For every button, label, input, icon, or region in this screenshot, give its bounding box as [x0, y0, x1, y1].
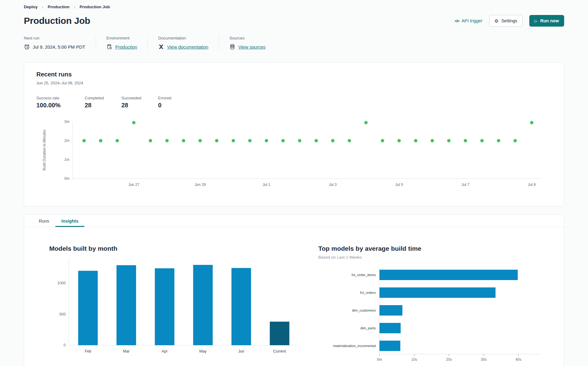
job-tabs: Runs Insights	[24, 215, 564, 227]
view-sources-link[interactable]: View sources	[238, 44, 265, 50]
svg-text:Jul 1: Jul 1	[263, 183, 271, 187]
tab-runs[interactable]: Runs	[33, 215, 55, 227]
svg-text:Jul 7: Jul 7	[461, 183, 469, 187]
recent-runs-card: Recent runs Jun 25, 2024–Jul 09, 2024 Su…	[24, 62, 564, 206]
job-detail-card: Runs Insights Models built by month 0500…	[24, 214, 564, 366]
models-by-month-chart: 05001000FebMarAprMayJunCurrent	[49, 255, 303, 359]
stat-completed: Completed 28	[85, 96, 109, 109]
dbt-docs-icon	[158, 44, 164, 50]
svg-text:20s: 20s	[446, 357, 452, 362]
header-actions: </> API trigger ⚙ Settings ▷ Run now	[455, 15, 564, 27]
settings-button[interactable]: ⚙ Settings	[489, 15, 523, 27]
documentation-info: Documentation View documentation	[148, 36, 219, 50]
svg-text:dim_parts: dim_parts	[361, 326, 376, 330]
top-models-title: Top models by average build time	[318, 245, 545, 252]
view-documentation-link[interactable]: View documentation	[167, 44, 208, 50]
code-icon: </>	[455, 19, 460, 23]
gear-icon: ⚙	[494, 19, 498, 23]
svg-text:Build Duration in Minutes: Build Duration in Minutes	[42, 130, 46, 170]
svg-text:Feb: Feb	[85, 349, 91, 353]
database-icon	[229, 44, 235, 50]
svg-text:0: 0	[64, 343, 66, 347]
chevron-right-icon: ›	[42, 4, 43, 9]
play-icon: ▷	[534, 19, 538, 23]
stat-errored: Errored 0	[158, 96, 183, 109]
run-stats: Success rate 100.00% Completed 28 Succee…	[36, 96, 552, 109]
svg-text:Jul 5: Jul 5	[395, 183, 403, 187]
recent-runs-title: Recent runs	[36, 71, 552, 78]
svg-text:materialization_incremental: materialization_incremental	[333, 344, 376, 348]
run-now-button[interactable]: ▷ Run now	[529, 15, 564, 27]
tab-insights[interactable]: Insights	[55, 215, 85, 227]
breadcrumb-deploy[interactable]: Deploy	[24, 5, 38, 9]
svg-text:500: 500	[59, 312, 66, 316]
api-trigger-link[interactable]: </> API trigger	[455, 18, 483, 23]
environment-link[interactable]: Production	[115, 44, 137, 50]
next-run-value: Jul 9, 2024, 5:00 PM PDT	[33, 44, 85, 50]
stat-succeeded: Succeeded 28	[121, 96, 146, 109]
breadcrumb-production-job: Production Job	[80, 5, 110, 9]
svg-text:30s: 30s	[481, 357, 486, 362]
environment-info: Environment Production	[96, 36, 148, 50]
next-run-label: Next run	[24, 36, 85, 40]
page-title: Production Job	[24, 16, 90, 26]
production-job-page: Deploy › Production › Production Job Pro…	[0, 0, 588, 366]
recent-runs-date-range: Jun 25, 2024–Jul 09, 2024	[36, 81, 552, 85]
environment-label: Environment	[106, 36, 137, 40]
top-models-subtitle: Based on Last 2 Weeks	[318, 255, 545, 260]
environment-icon	[106, 44, 113, 50]
svg-text:10s: 10s	[411, 357, 417, 362]
svg-text:fct_orders: fct_orders	[360, 291, 376, 294]
svg-text:0m: 0m	[64, 176, 69, 181]
svg-text:Jun 29: Jun 29	[195, 183, 206, 187]
svg-text:1000: 1000	[57, 281, 66, 285]
sources-info: Sources View sources	[219, 36, 276, 50]
documentation-label: Documentation	[158, 36, 208, 40]
svg-text:Apr: Apr	[162, 349, 168, 353]
svg-text:fct_order_items: fct_order_items	[352, 273, 376, 277]
models-by-month-title: Models built by month	[49, 245, 303, 252]
svg-text:3m: 3m	[64, 120, 69, 124]
sources-label: Sources	[229, 36, 265, 40]
breadcrumb-production[interactable]: Production	[48, 5, 69, 9]
svg-text:2m: 2m	[64, 139, 69, 143]
models-by-month-panel: Models built by month 05001000FebMarAprM…	[49, 245, 303, 366]
build-duration-chart: 0m1m2m3mBuild Duration in MinutesJun 27J…	[36, 118, 552, 200]
svg-text:Jun 27: Jun 27	[128, 183, 139, 187]
insights-panel: Models built by month 05001000FebMarAprM…	[24, 227, 564, 366]
job-info-bar: Next run Jul 9, 2024, 5:00 PM PDT Enviro…	[24, 36, 564, 50]
settings-label: Settings	[501, 18, 517, 23]
stat-success-rate: Success rate 100.00%	[36, 96, 72, 109]
page-header: Production Job </> API trigger ⚙ Setting…	[24, 15, 564, 27]
svg-text:Current: Current	[273, 349, 286, 353]
top-models-chart: fct_order_itemsfct_ordersdim_customersdi…	[318, 263, 545, 366]
svg-text:0m: 0m	[377, 357, 382, 362]
alarm-clock-icon	[24, 44, 30, 50]
api-trigger-label: API trigger	[461, 18, 483, 23]
svg-text:Jun: Jun	[238, 349, 244, 353]
top-models-panel: Top models by average build time Based o…	[318, 245, 545, 366]
svg-text:dim_customers: dim_customers	[352, 309, 376, 312]
svg-text:May: May	[199, 349, 207, 353]
run-now-label: Run now	[540, 18, 559, 23]
svg-text:40s: 40s	[516, 357, 521, 362]
svg-text:Mar: Mar	[123, 349, 130, 353]
svg-text:Jul 9: Jul 9	[528, 183, 536, 187]
next-run-info: Next run Jul 9, 2024, 5:00 PM PDT	[24, 36, 96, 50]
svg-text:Jul 3: Jul 3	[329, 183, 337, 187]
chevron-right-icon: ›	[74, 4, 75, 9]
svg-text:1m: 1m	[64, 157, 69, 162]
breadcrumb: Deploy › Production › Production Job	[24, 3, 564, 10]
